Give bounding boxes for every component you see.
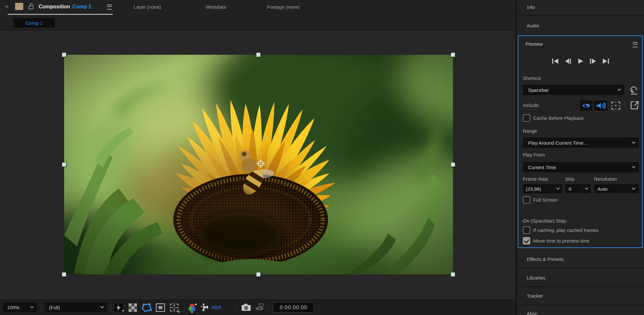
grid-guide-options-button[interactable] [169,303,181,314]
anchor-point-icon[interactable] [256,159,265,168]
chevron-down-icon [556,187,560,190]
region-of-interest-button[interactable] [156,303,165,312]
include-audio-button[interactable] [594,100,607,111]
magnification-value: 100% [3,305,30,310]
tab-composition-label: Composition [39,4,70,9]
handle-top-left[interactable] [62,52,66,57]
mask-visibility-button[interactable] [141,303,152,313]
after-effects-window: × CompositionComp 1 Layer (none) Metadat… [0,0,644,315]
if-caching-checkbox[interactable] [523,226,530,234]
transparency-grid-button[interactable] [128,303,138,312]
frame-rate-dropdown[interactable]: (23,98) [523,184,562,193]
cache-before-playback-label: Cache Before Playback [533,115,584,121]
resolution-label: Resolution [594,176,617,182]
panel-header-preview[interactable]: Preview [525,41,543,47]
range-dropdown[interactable]: Play Around Current Time… [523,138,639,148]
toolbar-divider [111,303,111,312]
play-button[interactable] [576,57,585,65]
play-from-dropdown[interactable]: Current Time [523,162,639,172]
speaker-icon [596,102,606,109]
viewer-tab-comp1[interactable]: Comp 1 [14,18,55,28]
send-to-queue-icon[interactable] [630,101,639,110]
include-video-button[interactable] [580,100,592,111]
frame-rate-label: Frame Rate [523,176,548,182]
current-time-field[interactable]: 0:00:00:00 [273,302,314,313]
viewer-tab-row: Comp 1 [0,15,516,30]
panel-header-audio[interactable]: Audio [527,23,539,28]
panel-divider [517,268,644,269]
exposure-button[interactable] [200,303,209,312]
tab-composition[interactable]: CompositionComp 1 [39,4,91,10]
tab-footage[interactable]: Footage (none) [267,4,300,10]
exposure-value[interactable]: +0,0 [211,304,221,310]
shortcut-label: Shortcut [523,75,541,81]
eye-icon [582,102,591,109]
handle-top-right[interactable] [451,52,455,57]
viewport-toolbar: 100% (Full) [0,300,515,315]
composition-image[interactable] [64,55,453,274]
shortcut-dropdown[interactable]: Spacebar [523,85,624,95]
tab-metadata[interactable]: Metadata [206,4,226,10]
full-screen-checkbox[interactable] [523,196,530,204]
toolbar-divider [41,303,42,312]
chevron-down-icon [632,141,636,144]
panel-header-libraries[interactable]: Libraries [527,275,545,281]
handle-mid-left[interactable] [62,162,66,167]
reset-icon[interactable] [629,86,639,95]
chevron-down-icon [632,166,636,168]
active-tab-underline [8,14,113,15]
next-frame-button[interactable] [589,57,597,65]
transport-controls [517,57,644,65]
unlock-icon[interactable] [28,3,34,10]
fast-previews-button[interactable] [113,303,125,313]
full-screen-label: Full Screen [533,197,558,203]
panel-divider [517,15,644,16]
chevron-down-icon [100,306,104,309]
channel-settings-button[interactable] [188,303,198,313]
skip-value: 0 [565,186,582,192]
close-panel-icon[interactable]: × [5,4,8,10]
skip-dropdown[interactable]: 0 [565,184,591,193]
chevron-down-icon [632,187,636,190]
preview-section-divider [522,210,636,210]
tab-layer[interactable]: Layer (none) [134,4,161,10]
panel-tab-strip: × CompositionComp 1 Layer (none) Metadat… [0,0,516,15]
resolution-preview-value: Auto [594,186,632,192]
chevron-down-icon [585,187,589,190]
panel-header-align[interactable]: Align [527,311,537,315]
handle-bottom-left[interactable] [62,272,66,277]
panel-header-info[interactable]: Info [527,5,535,10]
resolution-preview-dropdown[interactable]: Auto [594,184,639,193]
previous-frame-button[interactable] [564,57,572,65]
preview-panel-menu-icon[interactable] [633,42,638,49]
last-frame-button[interactable] [601,57,610,65]
panel-header-effects-presets[interactable]: Effects & Presets [527,256,564,262]
range-value: Play Around Current Time… [523,140,632,146]
comp-color-swatch[interactable] [15,3,23,10]
panel-divider [517,304,644,305]
include-overlays-button[interactable] [610,101,621,110]
resolution-dropdown[interactable]: (Full) [45,302,107,312]
show-snapshot-icon[interactable] [255,303,264,312]
cache-before-playback-checkbox[interactable] [523,114,530,122]
frame-rate-value: (23,98) [523,186,553,192]
handle-bottom-center[interactable] [256,272,261,277]
handle-top-center[interactable] [256,52,261,57]
panel-header-tracker[interactable]: Tracker [527,293,543,299]
move-time-checkbox[interactable] [523,237,530,244]
magnification-dropdown[interactable]: 100% [3,302,37,312]
play-from-label: Play From [523,152,545,158]
first-frame-button[interactable] [551,57,560,65]
chevron-down-icon [30,306,34,309]
if-caching-label: If caching, play cached frames [533,227,599,233]
handle-bottom-right[interactable] [451,272,455,277]
composition-viewport[interactable] [0,30,515,300]
skip-label: Skip [565,176,574,182]
handle-mid-right[interactable] [451,162,455,167]
snapshot-camera-button[interactable] [241,303,251,311]
range-label: Range [523,128,537,134]
right-panel-stack: Info Audio Preview Shortcut [516,0,644,315]
move-time-label: Move time to preview time [533,238,589,243]
toolbar-divider [268,303,269,312]
panel-menu-icon[interactable] [107,5,112,11]
